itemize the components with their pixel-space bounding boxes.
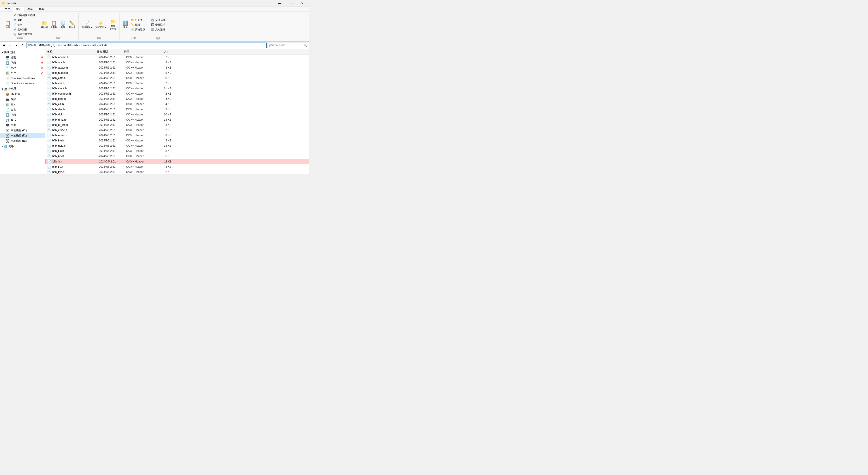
sidebar-item-pictures[interactable]: 🖼️ 图片 📌 (0, 71, 45, 76)
sidebar-item-downloads[interactable]: ⬇️ 下载 📌 (0, 60, 45, 65)
table-row[interactable]: 📄 bflb_emac.h 2024/7/5 2:51 C/C++ Header… (45, 133, 309, 138)
column-type[interactable]: 类型 (124, 50, 151, 54)
column-name[interactable]: 名称 (47, 50, 97, 54)
sidebar-item-drive-c[interactable]: 💽 本地磁盘 (C:) (0, 128, 45, 133)
file-name: bflb_gpio.h (52, 144, 99, 147)
sidebar-item-videos[interactable]: 🎬 视频 (0, 97, 45, 102)
table-row[interactable]: 📄 bflb_cks.h 2024/7/5 2:51 C/C++ Header … (45, 81, 309, 86)
breadcrumb-bl[interactable]: bl (58, 44, 60, 47)
maximize-button[interactable]: □ (286, 0, 296, 7)
open-button[interactable]: 📂打开▼ (130, 18, 146, 22)
invert-selection-button[interactable]: 🔄反向选择 (150, 27, 166, 32)
forward-button[interactable]: ▶ (7, 42, 13, 48)
file-size: 6 KB (153, 155, 171, 158)
breadcrumb-drivers[interactable]: drivers (81, 44, 90, 47)
sidebar-item-music[interactable]: 🎵 音乐 (0, 118, 45, 123)
table-row[interactable]: 📄 bflb_cam.h 2024/7/5 2:51 C/C++ Header … (45, 75, 309, 81)
table-row[interactable]: 📄 bflb_auadc.h 2024/7/5 2:51 C/C++ Heade… (45, 65, 309, 70)
table-row[interactable]: 📄 bflb_dma.h 2024/7/5 2:51 C/C++ Header … (45, 117, 309, 122)
copy-to-button[interactable]: 📋 复制到 (49, 19, 58, 31)
quick-access-header[interactable]: ▾ 快速访问 (0, 50, 45, 55)
sidebar-item-onedrive[interactable]: ☁️ OneDrive - Persona (0, 81, 45, 86)
history-button[interactable]: 🕐历史记录 (130, 27, 146, 32)
table-row[interactable]: 📄 bflb_gpio.h 2024/7/5 2:51 C/C++ Header… (45, 143, 309, 149)
cut-button[interactable]: ✂️剪切 (12, 18, 36, 22)
file-size: 2 KB (153, 170, 171, 173)
new-folder-button[interactable]: 📁 新建文件夹 (108, 19, 118, 31)
rename-button[interactable]: ✏️ 重命名 (67, 19, 76, 31)
address-path[interactable]: 此电脑 › 本地磁盘 (D:) › bl › bouffalo_sdk › dr… (26, 42, 267, 48)
pin-quick-access-button[interactable]: 📌固定到快速访问 (12, 13, 36, 18)
docs-icon: 📄 (5, 66, 9, 70)
up-button[interactable]: ▲ (13, 42, 19, 48)
sidebar-item-drive-e[interactable]: 💽 本地磁盘 (E:) (0, 138, 45, 144)
table-row[interactable]: 📄 bflb_irq.h 2024/7/5 2:51 C/C++ Header … (45, 164, 309, 169)
sidebar-item-3d[interactable]: 📦 3D 对象 (0, 91, 45, 97)
deselect-all-button[interactable]: 🔲全部取消 (150, 23, 166, 27)
properties-button[interactable]: ℹ️ 属性 (121, 19, 129, 31)
breadcrumb-lhal[interactable]: lhal (91, 44, 97, 47)
tab-share[interactable]: 共享 (25, 7, 36, 11)
table-row[interactable]: 📄 bflb_i2s.h 2024/7/5 2:51 C/C++ Header … (45, 154, 309, 159)
refresh-button[interactable]: ⟳ (20, 42, 25, 48)
breadcrumb-include[interactable]: include (98, 44, 108, 47)
delete-button[interactable]: 🗑️ 删除 (59, 19, 67, 31)
sidebar-item-docs[interactable]: 📄 文档 📌 (0, 65, 45, 71)
table-row[interactable]: 📄 bflb_kys.h 2024/7/5 2:51 C/C++ Header … (45, 169, 309, 174)
sidebar-item-docs2[interactable]: 📄 文档 (0, 107, 45, 112)
sidebar-item-drive-d[interactable]: 💽 本地磁盘 (D:) (0, 133, 45, 138)
file-name: bflb_cks.h (52, 82, 99, 85)
sidebar-item-downloads2[interactable]: ⬇️ 下载 (0, 112, 45, 118)
breadcrumb-this-pc[interactable]: 此电脑 (28, 43, 37, 47)
network-header[interactable]: ▸ 🌐 网络 (0, 144, 45, 149)
table-row[interactable]: 📄 bflb_csi.h 2024/7/5 2:51 C/C++ Header … (45, 102, 309, 107)
column-date[interactable]: 修改日期 (97, 50, 124, 54)
back-button[interactable]: ◀ (1, 42, 6, 48)
music-icon: 🎵 (5, 118, 9, 122)
paste-shortcut-button[interactable]: 📎粘贴快捷方式 (12, 32, 36, 36)
breadcrumb-drive-d[interactable]: 本地磁盘 (D:) (39, 43, 56, 47)
copy-folder-icon: 📋 (51, 21, 57, 25)
this-pc-header[interactable]: ▾ 💻 此电脑 (0, 86, 45, 91)
move-to-button[interactable]: 📁 移动到 (40, 19, 49, 31)
table-row[interactable]: 📄 bflb_dbi.h 2024/7/5 2:51 C/C++ Header … (45, 112, 309, 117)
edit-button[interactable]: ✏️编辑 (130, 23, 146, 27)
table-row[interactable]: 📄 bflb_i2c.h 2024/7/5 2:51 C/C++ Header … (45, 149, 309, 154)
copy-path-button[interactable]: 🔗复制路径 (12, 27, 36, 32)
column-size[interactable]: 大小 (151, 50, 169, 54)
table-row[interactable]: 📄 bflb_acomp.h 2024/7/5 2:51 C/C++ Heade… (45, 55, 309, 60)
file-list-header: 名称 修改日期 类型 大小 (45, 49, 309, 55)
file-icon: 📄 (47, 160, 51, 163)
search-input[interactable] (269, 44, 303, 47)
table-row[interactable]: 📄 bflb_clock.h 2024/7/5 2:51 C/C++ Heade… (45, 86, 309, 91)
table-row[interactable]: 📄 bflb_common.h 2024/7/5 2:51 C/C++ Head… (45, 91, 309, 96)
copy-button[interactable]: 📄复制 (12, 23, 36, 27)
breadcrumb-bouffalo[interactable]: bouffalo_sdk (62, 44, 79, 47)
new-item-button[interactable]: 📄 新建项目▼ (80, 19, 94, 31)
videos-icon: 🎬 (5, 98, 9, 101)
file-type: C/C++ Header (126, 76, 153, 80)
table-row[interactable]: 📄 bflb_dac.h 2024/7/5 2:51 C/C++ Header … (45, 107, 309, 112)
table-row[interactable]: 📄 bflb_adc.h 2024/7/5 2:51 C/C++ Header … (45, 60, 309, 65)
table-row[interactable]: 📄 bflb_efuse.h 2024/7/5 2:51 C/C++ Heade… (45, 128, 309, 133)
table-row[interactable]: 📄 bflb_core.h 2024/7/5 2:51 C/C++ Header… (45, 96, 309, 102)
table-row[interactable]: 📄 bflb_flash.h 2024/7/5 2:51 C/C++ Heade… (45, 138, 309, 143)
sidebar-item-desktop2[interactable]: 🖥️ 桌面 (0, 123, 45, 128)
tab-file[interactable]: 文件 (2, 7, 13, 11)
close-button[interactable]: ✕ (297, 0, 307, 7)
table-row[interactable]: 📄 bflb_ef_ctrl.h 2024/7/5 2:51 C/C++ Hea… (45, 122, 309, 128)
tab-view[interactable]: 查看 (36, 7, 47, 11)
sidebar-item-creative-cloud[interactable]: ☁️ Creative Cloud Files (0, 76, 45, 81)
select-all-button[interactable]: ☑️全部选择 (150, 18, 166, 22)
file-icon: 📄 (47, 76, 51, 80)
sidebar-item-desktop[interactable]: 🖥️ 桌面 📌 (0, 55, 45, 60)
paste-button[interactable]: 📋 粘贴 (4, 19, 12, 31)
minimize-button[interactable]: — (274, 0, 285, 7)
tab-home[interactable]: 主页 (13, 7, 25, 12)
table-row[interactable]: 📄 bflb_ir.h 2024/7/5 2:51 C/C++ Header 1… (45, 159, 309, 164)
file-icon: 📄 (47, 139, 51, 142)
search-box[interactable]: 🔍 (268, 42, 308, 48)
table-row[interactable]: 📄 bflb_audac.h 2024/7/5 2:51 C/C++ Heade… (45, 70, 309, 75)
easy-access-button[interactable]: ⚡ 轻松访问▼ (94, 19, 108, 31)
sidebar-item-pictures2[interactable]: 🖼️ 图片 (0, 102, 45, 107)
